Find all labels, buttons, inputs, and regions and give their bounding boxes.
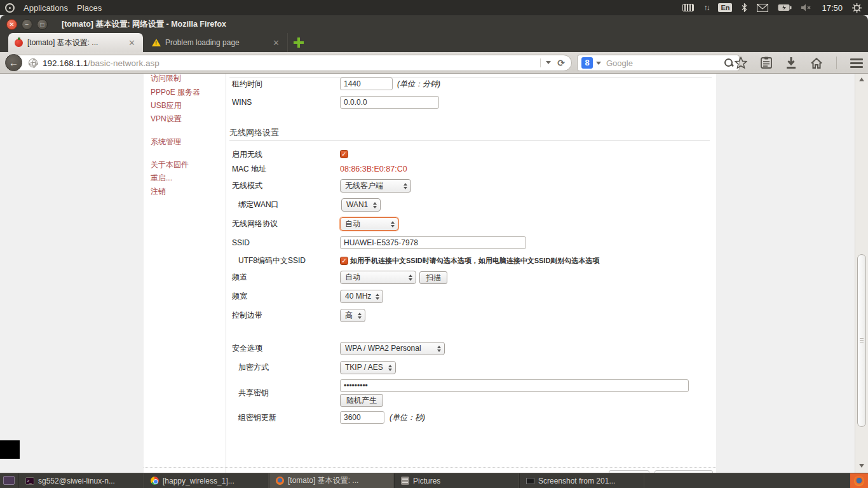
tab-tomato[interactable]: [tomato] 基本设置: ... ✕ [8,33,143,52]
taskbar-item-screenshot[interactable]: Screenshot from 201... [519,473,644,488]
menu-hamburger-icon[interactable] [850,58,863,68]
window-minimize-button[interactable]: − [22,19,32,30]
scroll-up-arrow[interactable] [859,78,864,81]
bookmarks-menu-icon[interactable] [761,57,772,69]
section-divider [229,140,710,141]
wireless-mode-label: 无线模式 [232,179,262,193]
bind-wan-label: 绑定WAN口 [238,198,279,212]
menu-places[interactable]: Places [77,3,102,13]
search-bar[interactable]: 8 Google [577,55,740,71]
group-key-input[interactable] [340,411,384,424]
utf8-ssid-checkbox[interactable]: ✓ [340,257,348,265]
keyboard-icon[interactable] [682,4,694,11]
wireless-mode-select[interactable]: 无线客户端 [340,179,411,193]
security-select[interactable]: WPA / WPA2 Personal [340,342,445,355]
tab-problem-loading[interactable]: Problem loading page ✕ [146,33,288,52]
sidebar-item-usb[interactable]: USB应用 [151,100,182,111]
channel-select[interactable]: 自动 [340,271,416,284]
volume-muted-icon[interactable] [801,4,812,11]
group-key-label: 组密钥更新 [238,411,276,424]
reload-button[interactable]: ⟳ [556,58,571,68]
battery-icon[interactable] [778,4,792,11]
encryption-label: 加密方式 [238,361,269,374]
session-gear-icon[interactable] [852,3,862,13]
globe-icon[interactable] [29,58,37,67]
tomato-icon [15,39,23,47]
shared-key-input[interactable] [340,379,689,392]
ubuntu-menu-icon[interactable] [5,3,15,13]
scrollbar-grip-icon [860,338,864,342]
bind-wan-select[interactable]: WAN1 [341,198,381,212]
network-updown-icon[interactable]: ↑↓ [703,3,709,12]
sidebar-item-logout[interactable]: 注销 [151,186,166,197]
ssid-input[interactable] [340,236,526,249]
sidebar-divider [226,74,226,473]
browser-viewport: 访问限制 PPPoE 服务器 USB应用 VPN设置 系统管理 关于本固件 重启… [0,74,868,473]
lease-time-label: 租约时间 [232,78,262,90]
enable-wireless-checkbox[interactable]: ✓ [340,150,348,158]
taskbar-item-chrome[interactable]: [happy_wireless_1]... [144,473,269,488]
bookmark-star-icon[interactable] [735,57,747,69]
taskbar-item-pictures[interactable]: Pictures [394,473,519,488]
menu-applications[interactable]: Applications [24,3,68,13]
black-artifact-box [0,440,20,459]
sidebar-item-access-restriction[interactable]: 访问限制 [151,74,181,84]
spinner-icon [358,309,362,322]
back-button[interactable]: ← [5,54,22,71]
sidebar-item-pppoe-server[interactable]: PPPoE 服务器 [151,87,200,98]
taskbar-item-terminal[interactable]: >_ sg552@siwei-linux-n... [18,473,144,488]
scan-button[interactable]: 扫描 [419,271,447,284]
screen: Applications Places ↑↓ En 17:50 [0,0,868,488]
vertical-scrollbar[interactable] [855,74,868,473]
ssid-label: SSID [232,236,250,249]
lease-time-input[interactable] [340,78,393,90]
url-text[interactable]: 192.168.1.1/basic-network.asp [43,58,159,68]
firefox-launcher[interactable] [850,473,868,488]
spinner-icon [391,218,395,230]
utf8-ssid-note: 如用手机连接中文SSID时请勾选本选项，如用电脑连接中文SSID则别勾选本选项 [350,256,599,266]
home-icon[interactable] [810,57,823,69]
workspace-switcher-icon[interactable] [3,476,15,485]
firefox-icon [276,477,284,485]
clock[interactable]: 17:50 [822,3,843,13]
window-maximize-button[interactable]: □ [37,19,48,30]
spinner-icon [409,271,412,283]
encryption-select[interactable]: TKIP / AES [340,361,396,374]
check-icon: ✓ [341,151,346,158]
taskbar-item-firefox-tomato[interactable]: [tomato] 基本设置: ... [269,473,394,488]
wins-input[interactable] [340,96,439,109]
new-tab-button[interactable] [294,37,304,48]
mail-icon[interactable] [757,4,768,12]
window-titlebar: ✕ − □ [tomato] 基本设置: 网络设置 - Mozilla Fire… [0,15,868,33]
keyboard-layout-indicator[interactable]: En [718,3,732,12]
page-content: 访问限制 PPPoE 服务器 USB应用 VPN设置 系统管理 关于本固件 重启… [144,74,716,473]
bandwidth-select[interactable]: 40 MHz [340,290,383,303]
downloads-icon[interactable] [785,57,797,69]
sideband-label: 控制边带 [232,309,262,322]
warning-icon [152,39,161,46]
spinner-icon [373,199,377,211]
search-engine-dropdown-icon[interactable] [596,62,601,65]
toolbar-separator [836,57,837,69]
window-close-button[interactable]: ✕ [6,19,17,30]
tab-close-icon[interactable]: ✕ [127,38,137,48]
wireless-protocol-select[interactable]: 自动 [340,217,398,231]
sidebar-item-reboot[interactable]: 重启... [151,173,172,184]
url-bar[interactable]: 192.168.1.1/basic-network.asp ⟳ [6,55,572,71]
tab-close-icon[interactable]: ✕ [271,38,281,48]
chevron-down-icon [546,61,551,64]
sidebar-item-vpn[interactable]: VPN设置 [151,114,182,125]
random-generate-button[interactable]: 随机产生 [340,394,383,407]
url-dropdown-button[interactable] [540,58,556,67]
terminal-icon: >_ [25,477,34,485]
sidebar-item-system-admin[interactable]: 系统管理 [151,137,181,147]
sideband-select[interactable]: 高 [340,309,365,322]
check-icon: ✓ [341,257,346,264]
bluetooth-icon[interactable] [742,3,747,12]
channel-label: 频道 [232,271,247,284]
scrollbar-thumb[interactable] [857,254,866,427]
scroll-down-arrow[interactable] [859,464,864,468]
tab-bar: [tomato] 基本设置: ... ✕ Problem loading pag… [0,33,868,52]
sidebar-item-about[interactable]: 关于本固件 [151,159,189,170]
search-magnifier-icon[interactable] [724,58,734,68]
